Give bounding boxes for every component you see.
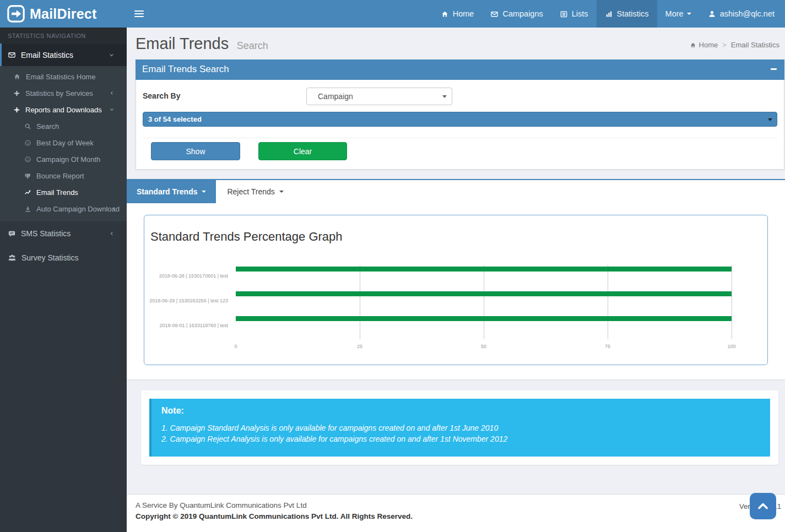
note-line-1: 1. Campaign Standard Analysis is only av… xyxy=(161,422,760,433)
sidebar-item-label: Bounce Report xyxy=(36,172,84,180)
user-icon xyxy=(708,10,716,18)
sidebar-item-bounce-report[interactable]: Bounce Report xyxy=(0,167,127,184)
panel-header: Email Trends Search xyxy=(136,59,784,80)
thumbs-down-icon xyxy=(24,172,31,180)
chart-x-tick-label: 25 xyxy=(357,344,362,349)
nav-label: Campaigns xyxy=(502,9,543,18)
top-navbar: MailDirect Home Campaigns Lists Statisti… xyxy=(0,0,785,28)
breadcrumb-current: Email Statistics xyxy=(731,41,779,49)
panel-title: Email Trends Search xyxy=(142,64,229,74)
users-icon xyxy=(8,253,17,262)
nav-label: More xyxy=(665,9,684,18)
page-footer: A Service By QuantumLink Communications … xyxy=(127,494,785,532)
chevron-left-icon xyxy=(111,205,117,212)
search-by-selected-value: Campaign xyxy=(318,92,353,101)
chart-x-tick-label: 50 xyxy=(481,344,486,349)
sidebar-item-email-trends[interactable]: Email Trends xyxy=(0,184,127,200)
trend-icon xyxy=(24,189,31,196)
sidebar-item-label: Best Day of Week xyxy=(36,139,94,147)
chart-x-tick-label: 75 xyxy=(605,344,610,349)
standard-trends-chart-panel: Standard Trends Percentage Graph 2018-06… xyxy=(144,215,768,365)
chart-bar xyxy=(236,267,732,272)
list-icon xyxy=(560,10,568,18)
chart-bar xyxy=(236,316,732,321)
scroll-to-top-button[interactable] xyxy=(750,493,776,519)
breadcrumb-home-link[interactable]: Home xyxy=(699,41,718,49)
email-trends-search-panel: Email Trends Search Search By Campaign 3… xyxy=(136,59,784,170)
tab-standard-trends[interactable]: Standard Trends xyxy=(127,180,216,203)
multiselect-selected-summary: 3 of 54 selected xyxy=(148,115,202,123)
sidebar-item-reports-and-downloads[interactable]: Reports and Downloads xyxy=(0,101,127,118)
home-icon xyxy=(441,10,449,18)
caret-down-icon xyxy=(202,191,206,193)
note-box: Note: 1. Campaign Standard Analysis is o… xyxy=(149,399,770,457)
tab-reject-trends[interactable]: Reject Trends xyxy=(216,180,294,203)
chart-bar-row: 2018-06-28 | 1530170601 | test xyxy=(236,265,732,290)
note-title: Note: xyxy=(161,406,760,416)
nav-item-lists[interactable]: Lists xyxy=(551,0,597,28)
sidebar-item-email-statistics-home[interactable]: Email Statistics Home xyxy=(0,68,127,85)
nav-label: Lists xyxy=(572,9,588,18)
plus-icon xyxy=(13,90,20,97)
tab-content: Standard Trends Percentage Graph 2018-06… xyxy=(127,203,785,379)
sidebar-item-search[interactable]: Search xyxy=(0,118,127,134)
sidebar-item-label: Email Statistics Home xyxy=(26,73,95,81)
chart-x-tick-label: 100 xyxy=(727,344,735,349)
page-header: Email Trends Search Home > Email Statist… xyxy=(127,28,785,59)
panel-body: Search By Campaign 3 of 54 selected Show… xyxy=(136,80,784,170)
sidebar-item-label: SMS Statistics xyxy=(21,229,71,238)
sidebar-item-sms-statistics[interactable]: SMS Statistics xyxy=(0,221,127,246)
chevron-left-icon xyxy=(109,230,115,237)
sidebar-item-label: Campaign Of Month xyxy=(36,155,100,164)
sidebar: STATISTICS NAVIGATION Email Statistics E… xyxy=(0,28,127,532)
footer-copyright-text: Copyright © 2019 QuantumLink Communicati… xyxy=(136,511,776,522)
footer-service-text: A Service By QuantumLink Communications … xyxy=(136,500,776,511)
sidebar-item-auto-campaign-download[interactable]: Auto Campaign Download xyxy=(0,200,127,217)
home-icon xyxy=(690,42,696,48)
smiley-icon xyxy=(24,156,31,163)
sidebar-item-statistics-by-services[interactable]: Statistics by Services xyxy=(0,85,127,101)
sidebar-item-survey-statistics[interactable]: Survey Statistics xyxy=(0,246,127,270)
chart-title: Standard Trends Percentage Graph xyxy=(150,230,767,244)
user-email: ashish@qlc.net xyxy=(720,9,775,18)
nav-item-statistics[interactable]: Statistics xyxy=(597,0,657,28)
envelope-icon xyxy=(490,10,499,18)
sidebar-item-best-day-of-week[interactable]: Best Day of Week xyxy=(0,134,127,151)
sidebar-toggle-hamburger-icon[interactable] xyxy=(134,9,144,19)
breadcrumb-separator: > xyxy=(722,41,727,49)
nav-label: Statistics xyxy=(617,9,649,18)
chart-rows: 2018-06-28 | 1530170601 | test2018-06-29… xyxy=(236,265,732,339)
nav-item-home[interactable]: Home xyxy=(432,0,483,28)
email-statistics-submenu: Email Statistics Home Statistics by Serv… xyxy=(0,66,127,221)
sidebar-item-label: Statistics by Services xyxy=(25,89,93,97)
brand-logo[interactable]: MailDirect xyxy=(0,0,127,28)
chart-x-tick-label: 0 xyxy=(234,344,237,349)
search-icon xyxy=(24,123,31,130)
main-content: Email Trends Search Home > Email Statist… xyxy=(127,28,785,532)
page-title: Email Trends xyxy=(136,35,229,52)
form-divider xyxy=(143,138,777,138)
clear-button[interactable]: Clear xyxy=(258,142,347,160)
note-line-2: 2. Campaign Reject Analysis is only avai… xyxy=(161,433,760,444)
nav-item-user-account[interactable]: ashish@qlc.net xyxy=(700,0,783,28)
nav-item-campaigns[interactable]: Campaigns xyxy=(482,0,551,28)
envelope-icon xyxy=(8,51,16,59)
chevron-down-icon xyxy=(109,106,115,113)
maildirect-logo-icon xyxy=(7,5,25,23)
page-subtitle: Search xyxy=(237,40,268,51)
chart-category-label: 2018-08-01 | 1533118760 | test xyxy=(144,323,236,328)
sidebar-item-campaign-of-month[interactable]: Campaign Of Month xyxy=(0,151,127,167)
breadcrumb: Home > Email Statistics xyxy=(690,41,779,49)
search-by-select[interactable]: Campaign xyxy=(306,88,452,105)
sidebar-item-label: Email Statistics xyxy=(21,51,73,59)
sidebar-item-label: Auto Campaign Download xyxy=(36,205,120,213)
show-button[interactable]: Show xyxy=(151,142,240,160)
campaign-multiselect[interactable]: 3 of 54 selected xyxy=(143,112,777,127)
nav-item-more[interactable]: More xyxy=(657,0,700,28)
nav-label: Home xyxy=(453,9,474,18)
collapse-minus-icon[interactable] xyxy=(771,68,777,70)
caret-down-icon xyxy=(687,13,691,15)
bar-chart: 2018-06-28 | 1530170601 | test2018-06-29… xyxy=(236,265,732,350)
chevron-left-icon xyxy=(109,90,115,96)
sidebar-item-email-statistics[interactable]: Email Statistics xyxy=(0,44,127,66)
